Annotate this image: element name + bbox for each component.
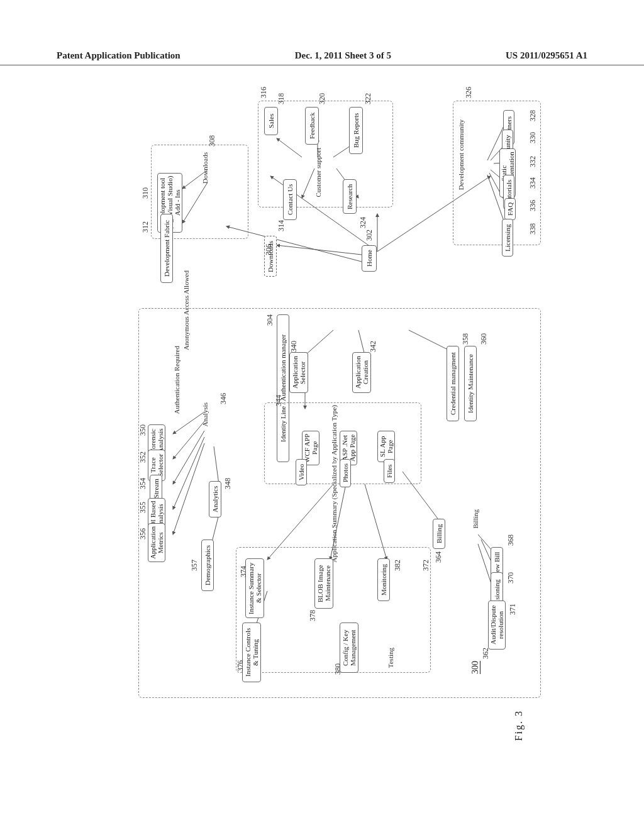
ref-380: 380 — [333, 663, 343, 675]
ref-360: 360 — [479, 333, 489, 345]
ref-348: 348 — [223, 478, 233, 489]
ref-304: 304 — [265, 314, 275, 326]
ref-316: 316 — [259, 87, 269, 98]
contact-us-node: Contact Us — [283, 179, 297, 220]
ref-352: 352 — [138, 451, 148, 463]
audit-node: Audit/Dispute resolution — [488, 600, 506, 650]
ref-308: 308 — [208, 135, 217, 147]
customer-support-group — [258, 101, 393, 208]
header-right: US 2011/0295651 A1 — [506, 50, 587, 61]
home-node: Home — [362, 245, 377, 272]
ref-350: 350 — [138, 424, 148, 436]
ref-357: 357 — [190, 560, 199, 571]
ref-340: 340 — [289, 341, 299, 352]
ref-318: 318 — [277, 93, 286, 104]
scheme-ref: 300 — [470, 661, 480, 674]
ref-346: 346 — [219, 393, 228, 404]
ref-332: 332 — [528, 156, 538, 167]
sl-node: SL App Page — [377, 431, 395, 462]
ref-330: 330 — [528, 132, 538, 143]
research-node: Research — [343, 179, 357, 214]
figure-label: Fig. 3 — [513, 710, 525, 741]
ref-336: 336 — [528, 200, 538, 211]
ref-372: 372 — [421, 560, 431, 571]
bug-reports-node: Bug Reports — [349, 107, 363, 154]
ref-354: 354 — [138, 478, 148, 489]
ref-342: 342 — [369, 341, 378, 352]
figure-3: Customer support Sales Feedback Bug Repo… — [113, 82, 547, 748]
ref-312: 312 — [141, 221, 150, 233]
inst-controls-node: Instance Controls & Tuning — [242, 622, 261, 682]
ref-370: 370 — [506, 572, 516, 584]
ref-314: 314 — [277, 220, 286, 231]
testing-label: Testing — [387, 648, 394, 668]
ref-378: 378 — [308, 610, 318, 621]
monitoring-node: Monitoring — [377, 558, 390, 601]
ref-310: 310 — [141, 187, 150, 199]
licensing-node: Licensing — [502, 219, 513, 257]
app-metrics-node: Application Metrics — [148, 523, 165, 562]
ref-371: 371 — [508, 604, 518, 615]
ref-374: 374 — [239, 566, 248, 577]
analysis-label: Analysis — [201, 402, 209, 427]
ref-302: 302 — [365, 230, 374, 241]
header-left: Patent Application Publication — [57, 50, 180, 61]
ref-338: 338 — [528, 223, 538, 235]
feedback-node: Feedback — [305, 107, 319, 145]
customer-support-label: Customer support — [314, 148, 322, 197]
ref-355: 355 — [138, 502, 148, 513]
app-summary-label: Application Summary (Specialized by Appl… — [330, 405, 338, 562]
ref-326: 326 — [464, 87, 474, 98]
ref-382: 382 — [393, 560, 402, 571]
sales-node: Sales — [264, 107, 278, 135]
app-creation-node: Application Creation — [352, 352, 371, 393]
ref-322: 322 — [364, 93, 373, 104]
photos-node: Photos — [340, 459, 351, 487]
analytics-node: Analytics — [209, 481, 221, 517]
id-maint-node: Identity Maintenance — [464, 346, 477, 421]
ref-306: 306 — [264, 244, 274, 255]
cred-mgmt-node: Credential managment — [447, 346, 459, 421]
files-node: Files — [384, 459, 395, 483]
page-header: Patent Application Publication Dec. 1, 2… — [0, 50, 644, 65]
ref-328: 328 — [528, 110, 538, 121]
ref-324: 324 — [358, 217, 368, 228]
ref-368: 368 — [506, 534, 516, 546]
ref-320: 320 — [318, 93, 327, 104]
ref-334: 334 — [528, 177, 538, 189]
header-center: Dec. 1, 2011 Sheet 3 of 5 — [295, 50, 391, 61]
downloads-node: Downloads — [264, 236, 277, 277]
billing-label: Billing — [472, 509, 479, 529]
ref-376: 376 — [236, 660, 245, 672]
downloads-label: Downloads — [201, 152, 209, 184]
faq-node: FAQ — [504, 198, 516, 220]
ref-344: 344 — [274, 395, 284, 406]
ref-356: 356 — [138, 528, 148, 540]
dev-community-group — [453, 101, 541, 245]
video-node: Video — [296, 459, 307, 485]
demographics-node: Demographics — [201, 540, 214, 591]
dev-community-label: Development community — [457, 119, 465, 190]
ref-362: 362 — [481, 648, 491, 659]
ref-364: 364 — [434, 551, 443, 563]
app-selector-node: Application Selector — [289, 352, 308, 393]
ref-358: 358 — [461, 333, 470, 345]
billing-node: Billing — [433, 519, 445, 549]
dev-fabric-node: Development Fabric — [160, 214, 173, 283]
blob-node: BLOB Image Maintenance — [314, 558, 333, 609]
